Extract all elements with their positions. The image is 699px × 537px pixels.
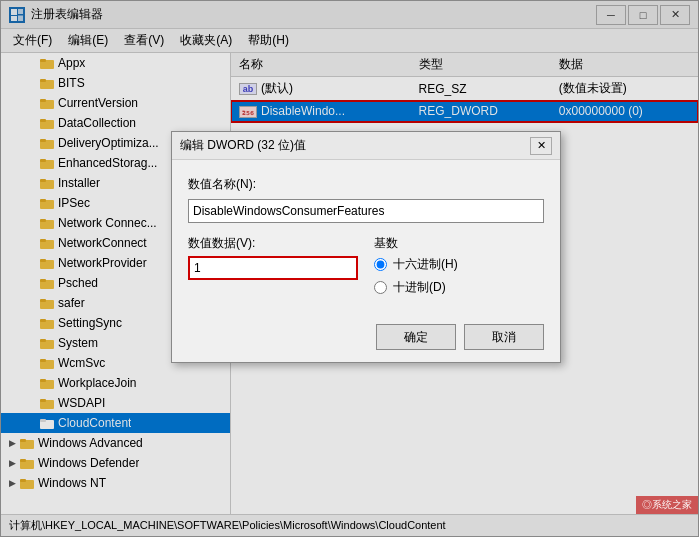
dialog-title: 编辑 DWORD (32 位)值 — [180, 137, 530, 154]
radio-dec-input[interactable] — [374, 281, 387, 294]
radix-section: 基数 十六进制(H) 十进制(D) — [374, 235, 544, 296]
value-radix-row: 数值数据(V): 基数 十六进制(H) 十进制(D) — [188, 235, 544, 296]
value-label: 数值数据(V): — [188, 235, 358, 252]
name-input[interactable] — [188, 199, 544, 223]
modal-overlay: 编辑 DWORD (32 位)值 ✕ 数值名称(N): 数值数据(V): 基数 — [1, 1, 698, 536]
radio-dec-label: 十进制(D) — [393, 279, 446, 296]
radio-hex[interactable]: 十六进制(H) — [374, 256, 544, 273]
main-window: 注册表编辑器 ─ □ ✕ 文件(F) 编辑(E) 查看(V) 收藏夹(A) 帮助… — [0, 0, 699, 537]
radio-hex-input[interactable] — [374, 258, 387, 271]
radio-hex-label: 十六进制(H) — [393, 256, 458, 273]
dialog-footer: 确定 取消 — [172, 320, 560, 362]
value-input[interactable] — [188, 256, 358, 280]
name-label: 数值名称(N): — [188, 176, 544, 193]
value-section: 数值数据(V): — [188, 235, 358, 296]
dialog-close-button[interactable]: ✕ — [530, 137, 552, 155]
radix-label: 基数 — [374, 235, 544, 252]
radio-group: 十六进制(H) 十进制(D) — [374, 256, 544, 296]
dialog-body: 数值名称(N): 数值数据(V): 基数 十六进制(H) — [172, 160, 560, 320]
dialog-title-bar: 编辑 DWORD (32 位)值 ✕ — [172, 132, 560, 160]
ok-button[interactable]: 确定 — [376, 324, 456, 350]
cancel-button[interactable]: 取消 — [464, 324, 544, 350]
edit-dialog: 编辑 DWORD (32 位)值 ✕ 数值名称(N): 数值数据(V): 基数 — [171, 131, 561, 363]
radio-dec[interactable]: 十进制(D) — [374, 279, 544, 296]
